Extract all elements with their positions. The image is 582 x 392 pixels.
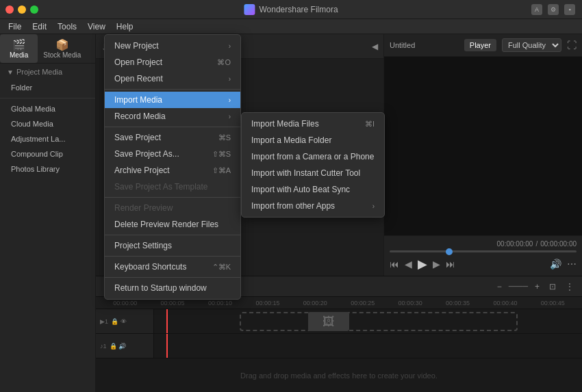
playhead[interactable]	[166, 309, 168, 333]
more-controls-icon[interactable]: ⋯	[567, 259, 577, 270]
ruler-mark: 00:00:30	[386, 300, 433, 306]
menu-record-media[interactable]: Record Media ›	[105, 108, 240, 125]
audio-track-number: ♪1	[100, 343, 107, 350]
menu-archive-project[interactable]: Archive Project ⇧⌘A	[105, 162, 240, 179]
player-screen	[384, 57, 582, 235]
skip-forward-icon[interactable]: ⏭	[446, 259, 455, 270]
play-icon[interactable]: ▶	[418, 257, 427, 272]
submenu-import-folder[interactable]: Import a Media Folder	[242, 132, 384, 148]
expand-arrow-icon: ▼	[7, 68, 14, 76]
settings-icon[interactable]: ⚙	[548, 4, 559, 15]
sidebar-item-cloud-media[interactable]: Cloud Media	[0, 116, 95, 131]
tab-stock-media[interactable]: 📦 Stock Media	[38, 34, 86, 63]
sidebar-divider	[0, 98, 95, 99]
submenu-import-instant[interactable]: Import with Instant Cutter Tool	[242, 165, 384, 181]
menu-sep-6	[105, 277, 240, 278]
ruler-mark: 00:00:20	[292, 300, 339, 306]
menubar: File Edit Tools View Help	[0, 19, 582, 34]
account-icon[interactable]: A	[531, 4, 542, 15]
menu-file[interactable]: File	[3, 21, 27, 33]
file-menu: New Project › Open Project ⌘O Open Recen…	[104, 34, 241, 300]
menu-sep-1	[105, 89, 240, 90]
zoom-out-icon[interactable]: −	[494, 280, 505, 293]
zoom-in-icon[interactable]: +	[532, 280, 542, 293]
ruler-mark: 00:00:15	[244, 300, 291, 306]
sidebar-item-global-media[interactable]: Global Media	[0, 101, 95, 116]
right-panel: Untitled Player Full Quality Half Qualit…	[383, 34, 582, 276]
time-display: 00:00:00:00 / 00:00:00:00	[390, 240, 577, 248]
menu-edit[interactable]: Edit	[27, 21, 52, 33]
sidebar-item-compound-clip[interactable]: Compound Clip	[0, 146, 95, 161]
menu-return-startup[interactable]: Return to Startup window	[105, 280, 240, 296]
fit-icon[interactable]: ⊡	[546, 280, 559, 293]
battery-icon: ▪	[564, 4, 575, 15]
timeline-tracks: ▶1 🔒 👁 🖼	[96, 309, 582, 392]
project-media-header[interactable]: ▼ Project Media	[0, 64, 95, 80]
frame-forward-icon[interactable]: ▶	[433, 259, 440, 270]
menu-keyboard-shortcuts[interactable]: Keyboard Shortcuts ⌃⌘K	[105, 259, 240, 275]
sidebar-item-adjustment[interactable]: Adjustment La...	[0, 131, 95, 146]
collapse-panel-icon[interactable]: ◀	[372, 42, 378, 51]
menu-sep-4	[105, 235, 240, 235]
video-clip[interactable]: 🖼	[308, 312, 349, 331]
frame-back-icon[interactable]: ◀	[405, 259, 412, 270]
player-buttons: ⏮ ◀ ▶ ▶ ⏭ 🔊 ⋯	[390, 257, 577, 272]
menu-save-project[interactable]: Save Project ⌘S	[105, 129, 240, 146]
sidebar-item-folder[interactable]: Folder	[0, 80, 95, 95]
ruler-mark: 00:00:10	[197, 300, 244, 306]
menu-tools[interactable]: Tools	[52, 21, 82, 33]
quality-select[interactable]: Full Quality Half Quality	[502, 38, 561, 52]
settings-timeline-icon[interactable]: ⋮	[563, 280, 577, 293]
minimize-button[interactable]	[18, 5, 26, 14]
app-logo-icon	[244, 4, 255, 15]
video-track-label: ▶1 🔒 👁	[96, 309, 154, 333]
ruler-mark: 00:00:25	[339, 300, 386, 306]
titlebar-right: A ⚙ ▪	[531, 4, 575, 15]
menu-save-as-template: Save Project As Template	[105, 179, 240, 195]
ruler-mark: 00:00:40	[481, 300, 529, 306]
sidebar-item-photos-library[interactable]: Photos Library	[0, 161, 95, 177]
menu-save-project-as[interactable]: Save Project As... ⇧⌘S	[105, 146, 240, 162]
progress-thumb[interactable]	[446, 248, 453, 255]
menu-render-preview: Render Preview	[105, 200, 240, 216]
player-controls: 00:00:00:00 / 00:00:00:00 ⏮ ◀ ▶ ▶ ⏭	[384, 235, 582, 276]
menu-sep-2	[105, 127, 240, 127]
audio-track: ♪1 🔒 🔊	[96, 334, 582, 358]
audio-track-content[interactable]	[154, 334, 582, 358]
volume-icon[interactable]: 🔊	[550, 259, 561, 270]
progress-bar[interactable]	[390, 250, 577, 252]
audio-playhead[interactable]	[166, 334, 168, 358]
ruler-mark: 00:00:45	[529, 300, 577, 306]
traffic-lights	[5, 5, 38, 14]
ruler-mark: 00:00:35	[434, 300, 481, 306]
menu-open-project[interactable]: Open Project ⌘O	[105, 54, 240, 70]
left-sidebar: 🎬 Media 📦 Stock Media ▼ Project Media Fo…	[0, 34, 96, 392]
video-track-icons: 🔒 👁	[111, 318, 127, 325]
ruler-marks: 00:00:00 00:00:05 00:00:10 00:00:15 00:0…	[101, 300, 577, 306]
tab-player[interactable]: Player	[464, 39, 496, 51]
menu-delete-preview[interactable]: Delete Preview Render Files	[105, 216, 240, 233]
menu-new-project[interactable]: New Project ›	[105, 38, 240, 54]
close-button[interactable]	[5, 5, 14, 14]
submenu-import-beat[interactable]: Import with Auto Beat Sync	[242, 181, 384, 198]
video-track-content[interactable]: 🖼	[154, 309, 582, 333]
submenu-import-camera[interactable]: Import from a Camera or a Phone	[242, 148, 384, 165]
menu-project-settings[interactable]: Project Settings	[105, 237, 240, 254]
zoom-slider[interactable]: ────	[509, 283, 528, 290]
player-header: Untitled Player Full Quality Half Qualit…	[384, 34, 582, 57]
submenu-import-files[interactable]: Import Media Files ⌘I	[242, 116, 384, 132]
app-title: Wondershare Filmora	[244, 4, 338, 15]
titlebar: Wondershare Filmora A ⚙ ▪	[0, 0, 582, 19]
menu-view[interactable]: View	[82, 21, 111, 33]
menu-help[interactable]: Help	[111, 21, 139, 33]
maximize-button[interactable]	[30, 5, 38, 14]
tab-media[interactable]: 🎬 Media	[0, 34, 38, 63]
menu-open-recent[interactable]: Open Recent ›	[105, 70, 240, 87]
player-fullscreen-icon[interactable]: ⛶	[567, 40, 577, 51]
video-track: ▶1 🔒 👁 🖼	[96, 309, 582, 334]
submenu-import-other[interactable]: Import from other Apps ›	[242, 198, 384, 214]
skip-back-icon[interactable]: ⏮	[390, 259, 399, 270]
ruler-mark: 00:00:05	[149, 300, 196, 306]
ruler-mark: 00:00:00	[101, 300, 149, 306]
menu-import-media[interactable]: Import Media ›	[105, 92, 240, 108]
